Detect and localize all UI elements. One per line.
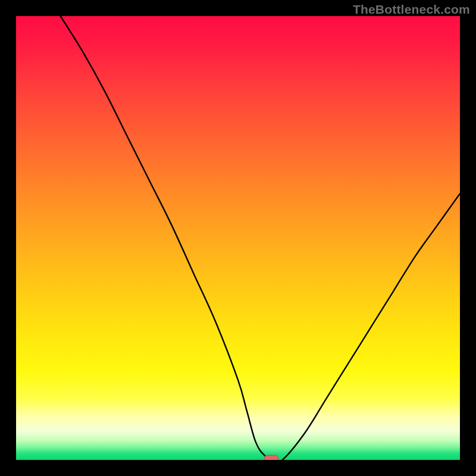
- chart-frame: TheBottleneck.com: [0, 0, 476, 476]
- watermark-text: TheBottleneck.com: [353, 2, 470, 17]
- chart-svg: [16, 16, 460, 460]
- optimal-marker: [264, 455, 278, 460]
- plot-area: [16, 16, 460, 460]
- gradient-background: [16, 16, 460, 460]
